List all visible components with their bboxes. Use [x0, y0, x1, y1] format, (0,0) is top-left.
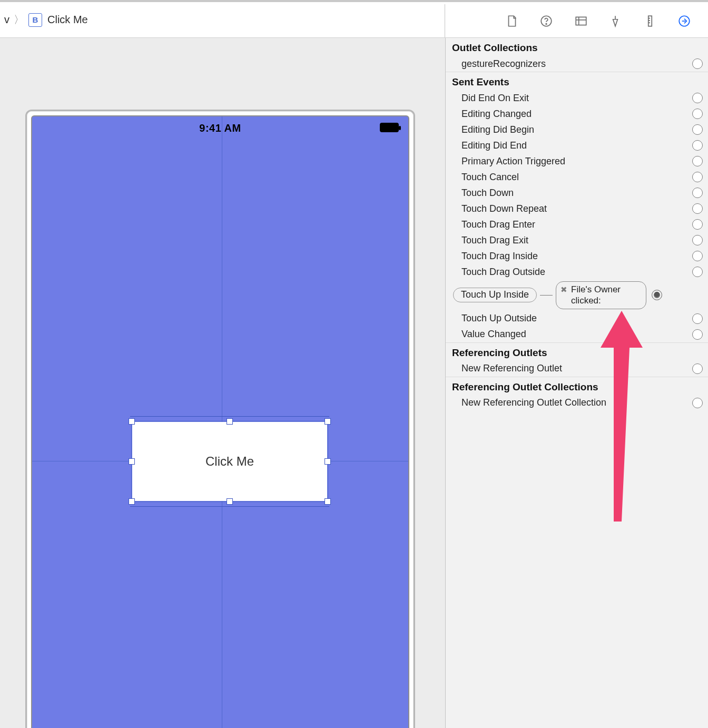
chevron-right-icon: 〉: [13, 13, 25, 27]
connection-well[interactable]: [692, 124, 703, 135]
connections-inspector: Outlet Collections gestureRecognizers Se…: [445, 38, 708, 728]
event-row[interactable]: Did End On Exit: [446, 90, 708, 106]
event-label: Touch Drag Exit: [461, 235, 692, 246]
event-label: Touch Drag Enter: [461, 219, 692, 230]
svg-rect-5: [648, 16, 652, 26]
connection-well[interactable]: [692, 251, 703, 261]
connection-well[interactable]: [692, 188, 703, 198]
inspector-tab-bar: [491, 2, 705, 40]
event-row[interactable]: Touch Down Repeat: [446, 201, 708, 217]
svg-rect-2: [576, 17, 586, 25]
selected-button[interactable]: Click Me: [132, 422, 327, 501]
outlet-row[interactable]: New Referencing Outlet Collection: [446, 395, 708, 411]
event-row[interactable]: Touch Down: [446, 185, 708, 201]
connection-well[interactable]: [692, 93, 703, 103]
event-row[interactable]: Value Changed: [446, 327, 708, 342]
event-label: Editing Did Begin: [461, 124, 692, 135]
section-outlet-collections[interactable]: Outlet Collections: [446, 38, 708, 56]
connections-inspector-tab[interactable]: [676, 13, 692, 29]
size-inspector-tab[interactable]: [642, 13, 658, 29]
event-label: Touch Down Repeat: [461, 203, 692, 214]
attributes-inspector-tab[interactable]: [607, 13, 623, 29]
connection-well[interactable]: [692, 363, 703, 374]
status-time: 9:41 AM: [199, 122, 241, 134]
event-label: Touch Cancel: [461, 172, 692, 183]
connection-well[interactable]: [692, 156, 703, 166]
event-row[interactable]: Touch Drag Outside: [446, 264, 708, 280]
connection-well[interactable]: [692, 109, 703, 119]
event-row[interactable]: Touch Drag Inside: [446, 248, 708, 264]
device-frame: ✕ 9:41 AM Click Me: [25, 110, 415, 728]
connection-well[interactable]: [692, 140, 703, 151]
section-referencing-outlets[interactable]: Referencing Outlets: [446, 342, 708, 361]
section-referencing-outlet-collections[interactable]: Referencing Outlet Collections: [446, 377, 708, 395]
outlet-label: gestureRecognizers: [461, 58, 692, 70]
connection-well[interactable]: [692, 58, 703, 69]
remove-connection-icon[interactable]: ✖: [560, 285, 567, 295]
connection-target[interactable]: ✖ File's Owner clicked:: [556, 281, 646, 309]
event-row[interactable]: Primary Action Triggered: [446, 153, 708, 169]
event-label: Primary Action Triggered: [461, 156, 692, 167]
canvas-pane[interactable]: ✕ 9:41 AM Click Me: [0, 38, 445, 728]
outlet-label: New Referencing Outlet: [461, 363, 692, 374]
event-label: Value Changed: [461, 329, 692, 340]
event-row[interactable]: Touch Drag Exit: [446, 232, 708, 248]
event-label: Touch Drag Outside: [461, 267, 692, 278]
event-row[interactable]: Touch Cancel: [446, 169, 708, 185]
identity-inspector-tab[interactable]: [573, 13, 589, 29]
event-label: Touch Up Outside: [461, 313, 692, 324]
status-bar: 9:41 AM: [32, 116, 408, 140]
event-row[interactable]: Touch Drag Enter: [446, 217, 708, 232]
outlet-row[interactable]: gestureRecognizers: [446, 56, 708, 72]
breadcrumb-prev[interactable]: v: [2, 14, 9, 26]
breadcrumb-current[interactable]: Click Me: [45, 14, 88, 26]
event-row[interactable]: Touch Up Outside: [446, 311, 708, 327]
margin-guide-bottom: [130, 506, 329, 507]
connection-target-name: File's Owner: [571, 284, 621, 295]
button-type-badge: B: [28, 13, 42, 27]
event-row[interactable]: Editing Changed: [446, 106, 708, 122]
outlet-label: New Referencing Outlet Collection: [461, 397, 692, 408]
connection-well[interactable]: [692, 172, 703, 182]
event-label: Editing Changed: [461, 109, 692, 120]
connection-action-name: clicked:: [571, 295, 621, 306]
battery-icon: [380, 123, 399, 132]
section-sent-events[interactable]: Sent Events: [446, 72, 708, 90]
event-pill[interactable]: Touch Up Inside: [453, 288, 537, 302]
connection-well[interactable]: [692, 398, 703, 408]
selected-button-label: Click Me: [205, 454, 254, 469]
event-row-connected[interactable]: Touch Up Inside ✖ File's Owner clicked:: [446, 280, 708, 311]
file-inspector-tab[interactable]: [504, 13, 520, 29]
margin-guide-top: [130, 416, 329, 417]
help-inspector-tab[interactable]: [538, 13, 554, 29]
svg-point-1: [546, 24, 547, 25]
event-label: Did End On Exit: [461, 93, 692, 104]
event-label: Touch Down: [461, 188, 692, 199]
connection-well[interactable]: [692, 235, 703, 245]
event-label: Touch Drag Inside: [461, 251, 692, 262]
connection-line: [540, 295, 553, 296]
connection-well[interactable]: [692, 219, 703, 230]
connection-well[interactable]: [692, 329, 703, 340]
event-row[interactable]: Editing Did Begin: [446, 122, 708, 137]
event-label: Editing Did End: [461, 140, 692, 151]
connection-well[interactable]: [692, 203, 703, 214]
event-row[interactable]: Editing Did End: [446, 137, 708, 153]
top-bar: v 〉 B Click Me: [0, 0, 708, 38]
device-screen[interactable]: 9:41 AM Click Me: [31, 115, 409, 728]
connection-well[interactable]: [692, 267, 703, 277]
pane-divider[interactable]: [445, 4, 445, 37]
connection-well-filled[interactable]: [652, 290, 662, 300]
outlet-row[interactable]: New Referencing Outlet: [446, 361, 708, 377]
connection-well[interactable]: [692, 313, 703, 324]
